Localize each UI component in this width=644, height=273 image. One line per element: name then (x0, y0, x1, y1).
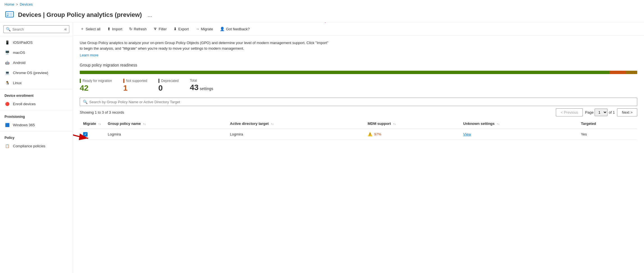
row-active-directory: Logmira (227, 129, 364, 139)
refresh-button[interactable]: ↻ Refresh (126, 25, 150, 33)
deprecated-label: Deprecated (161, 79, 179, 83)
table-search-icon: 🔍 (83, 100, 88, 104)
sidebar-item-windows365[interactable]: 🟦 Windows 365 (0, 120, 73, 130)
feedback-icon: 👤 (220, 27, 225, 31)
compliance-icon: 📋 (4, 143, 10, 149)
sidebar-item-label-macos: macOS (13, 51, 25, 55)
bar-orange (609, 71, 626, 74)
of-label: of 1 (609, 110, 615, 114)
breadcrumb-current[interactable]: Devices (20, 2, 33, 6)
content-body: Use Group Policy analytics to analyze yo… (73, 36, 644, 273)
import-button[interactable]: ⬆ Import (104, 25, 125, 33)
table-search-wrapper[interactable]: 🔍 (80, 98, 637, 106)
col-targeted: Targeted (577, 119, 637, 129)
svg-rect-1 (7, 13, 9, 14)
data-table: Migrate ↑↓ Group policy name ↑↓ Active d… (80, 119, 637, 140)
monitor-icon: 🖥️ (4, 50, 10, 55)
export-button[interactable]: ⬇ Export (171, 25, 192, 33)
section-label-provisioning: Provisioning (0, 111, 73, 120)
breadcrumb-home[interactable]: Home (4, 2, 14, 6)
sort-icon-unknown[interactable]: ↑↓ (497, 122, 499, 125)
next-button[interactable]: Next > (617, 108, 637, 116)
sidebar: 🔍 « 📱 iOS/iPadOS 🖥️ macOS 🤖 Android 💻 Ch… (0, 22, 73, 273)
windows365-icon: 🟦 (4, 122, 10, 128)
sidebar-item-compliance[interactable]: 📋 Compliance policies (0, 141, 73, 151)
sidebar-item-label-linux: Linux (13, 81, 22, 85)
stat-deprecated: Deprecated 0 (158, 79, 179, 92)
bar-green (80, 71, 609, 74)
ready-label: Ready for migration (83, 79, 112, 83)
sidebar-divider-3 (0, 131, 73, 131)
sidebar-item-label-windows365: Windows 365 (13, 123, 35, 127)
import-icon: ⬆ (107, 27, 111, 31)
row-checkbox-cell[interactable]: ✓ (80, 129, 104, 139)
migrate-button[interactable]: → Migrate (193, 25, 216, 33)
readiness-section: Group policy migration readiness Ready f… (80, 63, 637, 92)
stat-total: Total 43settings (190, 79, 213, 91)
header-row: Migrate ↑↓ Group policy name ↑↓ Active d… (80, 119, 637, 129)
previous-button[interactable]: < Previous (556, 108, 583, 116)
readiness-title: Group policy migration readiness (80, 63, 637, 67)
refresh-label: Refresh (134, 27, 147, 31)
not-supported-value: 1 (123, 84, 147, 92)
sidebar-item-label-android: Android (13, 61, 26, 65)
sidebar-divider-2 (0, 110, 73, 110)
import-label: Import (112, 27, 122, 31)
view-link[interactable]: View (463, 132, 471, 136)
ready-indicator (80, 79, 81, 83)
col-mdm-support: MDM support ↑↓ (364, 119, 460, 129)
not-supported-indicator (123, 79, 124, 83)
feedback-label: Got feedback? (226, 27, 250, 31)
svg-rect-3 (7, 16, 8, 16)
feedback-button[interactable]: 👤 Got feedback? (217, 25, 253, 33)
sidebar-item-linux[interactable]: 🐧 Linux (0, 78, 73, 88)
sidebar-collapse-button[interactable]: « (64, 27, 67, 32)
select-all-button[interactable]: ＋ Select all (77, 25, 103, 33)
toolbar: ＋ Select all ⬆ Import ↻ Refresh ⛛ Filter… (73, 22, 644, 36)
sidebar-item-macos[interactable]: 🖥️ macOS (0, 47, 73, 58)
col-unknown-settings: Unknown settings ↑↓ (460, 119, 577, 129)
mdm-warning-cell: ⚠️ 97% (367, 132, 456, 136)
table-search-input[interactable] (89, 100, 230, 104)
col-migrate: Migrate ↑↓ (80, 119, 104, 129)
page-title: Devices | Group Policy analytics (previe… (18, 11, 142, 19)
breadcrumb-separator: > (16, 2, 18, 6)
stat-ready: Ready for migration 42 (80, 79, 112, 92)
col-group-policy-name: Group policy name ↑↓ (104, 119, 227, 129)
export-icon: ⬇ (173, 27, 177, 31)
sidebar-item-enroll[interactable]: 🔴 Enroll devices (0, 99, 73, 109)
ready-value: 42 (80, 84, 112, 92)
sidebar-item-android[interactable]: 🤖 Android (0, 58, 73, 68)
sidebar-item-ios[interactable]: 📱 iOS/iPadOS (0, 37, 73, 47)
svg-rect-4 (10, 13, 12, 16)
export-label: Export (178, 27, 189, 31)
sort-icon-gpname[interactable]: ↑↓ (143, 122, 146, 125)
android-icon: 🤖 (4, 60, 10, 65)
sort-icon-migrate[interactable]: ↑↓ (98, 122, 101, 125)
migrate-label: Migrate (201, 27, 213, 31)
filter-button[interactable]: ⛛ Filter (150, 25, 170, 33)
total-label: Total (190, 79, 197, 82)
sidebar-search-input[interactable] (12, 27, 63, 31)
sort-icon-ad[interactable]: ↑↓ (271, 122, 274, 125)
row-targeted: Yes (577, 129, 637, 139)
mobile-icon: 📱 (4, 40, 10, 45)
sidebar-item-label-ios: iOS/iPadOS (13, 40, 33, 45)
sidebar-item-chromeos[interactable]: 💻 Chrome OS (preview) (0, 68, 73, 78)
section-label-enrollment: Device enrollment (0, 90, 73, 99)
page-selector: Page 1 of 1 (585, 109, 615, 116)
sort-icon-mdm[interactable]: ↑↓ (393, 122, 396, 125)
learn-more-link[interactable]: Learn more (80, 53, 98, 57)
description-text: Use Group Policy analytics to analyze yo… (80, 40, 332, 51)
page-number-select[interactable]: 1 (595, 109, 608, 116)
sidebar-divider-1 (0, 89, 73, 89)
row-checkbox[interactable]: ✓ (83, 132, 88, 137)
deprecated-indicator (158, 79, 159, 83)
deprecated-value: 0 (158, 84, 179, 92)
sidebar-search-input-wrapper[interactable]: 🔍 « (3, 25, 69, 33)
select-all-label: Select all (86, 27, 101, 31)
table-container: Migrate ↑↓ Group policy name ↑↓ Active d… (80, 119, 637, 140)
sidebar-item-label-enroll: Enroll devices (13, 102, 36, 106)
table-body: ✓ Logmira Logmira ⚠️ 97% (80, 129, 637, 139)
page-options-button[interactable]: ... (147, 12, 152, 18)
